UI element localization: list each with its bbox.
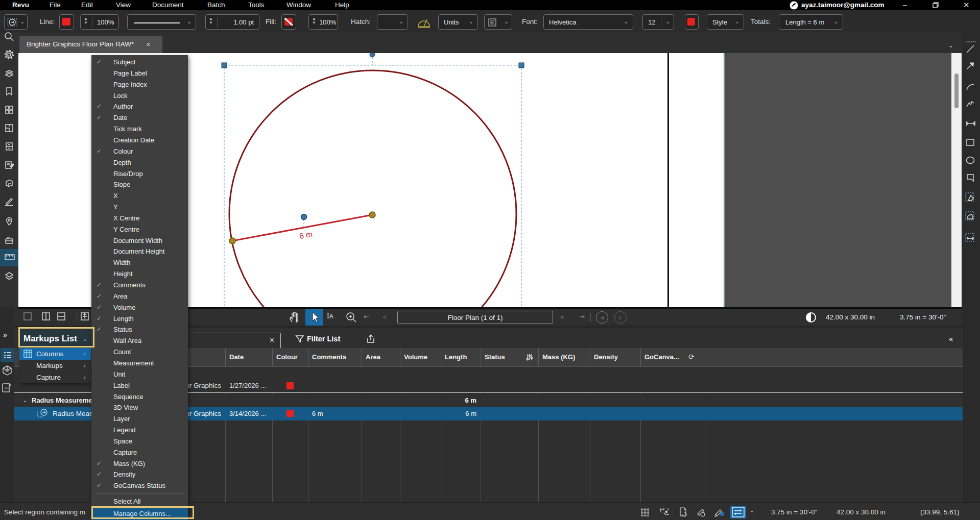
window-maximize-button[interactable] (933, 2, 939, 8)
bookmark-icon[interactable] (4, 86, 14, 96)
polygon-icon[interactable] (965, 173, 976, 184)
ctx-item-page-label[interactable]: Page Label (91, 68, 188, 79)
ctx-item-unit[interactable]: Unit (91, 369, 188, 380)
document-tab[interactable]: Brighter Graphics Floor Plan RAW* × (19, 36, 162, 53)
pan-tool-icon[interactable] (288, 311, 300, 324)
menu-help[interactable]: Help (335, 0, 349, 10)
filter-list-button[interactable]: Filter List (307, 328, 340, 350)
splitter-none-icon[interactable] (23, 312, 35, 324)
column-header-mass-kg-[interactable]: Mass (KG) (542, 348, 575, 366)
snap-document-icon[interactable] (678, 507, 689, 517)
ctx-item-gocanvas-status[interactable]: ✓GoCanvas Status (91, 480, 188, 491)
arc-icon[interactable] (965, 82, 976, 93)
menu-revu[interactable]: Revu (12, 0, 29, 10)
search-icon[interactable] (4, 32, 14, 42)
snap-grid-icon[interactable] (659, 507, 670, 517)
text-select-icon[interactable]: IA (327, 312, 340, 325)
ctx-item-page-index[interactable]: Page Index (91, 79, 188, 90)
grid-icon[interactable] (640, 507, 651, 517)
line-width-field[interactable]: ▲▼1.00 pt (205, 14, 259, 30)
column-header-status[interactable]: Status (485, 348, 505, 366)
font-dropdown[interactable]: Helvetica⌄ (543, 14, 633, 30)
ctx-item-date[interactable]: ✓Date (91, 112, 188, 123)
ctx-item-x[interactable]: X (91, 190, 188, 202)
align-dropdown[interactable]: ⌄ (484, 14, 512, 30)
ctx-item-slope[interactable]: Slope (91, 179, 188, 190)
line-icon[interactable] (965, 44, 976, 55)
ctx-item-label[interactable]: Label (91, 380, 188, 391)
line-color-swatch[interactable] (59, 14, 74, 30)
selection-handle-topright[interactable] (519, 63, 524, 68)
search-clear-icon[interactable]: × (270, 336, 274, 345)
polyline-icon[interactable] (965, 98, 976, 110)
ctx-item-lock[interactable]: Lock (91, 90, 188, 102)
thumbnails-icon[interactable] (4, 105, 14, 115)
style-dropdown[interactable]: Style⌄ (707, 14, 744, 30)
ctx-item-volume[interactable]: ✓Volume (91, 302, 188, 313)
measure-area-icon[interactable] (965, 211, 976, 222)
nav-first-page-icon[interactable]: ⇤ (364, 313, 374, 323)
signature-icon[interactable] (4, 196, 14, 207)
nav-next-page-icon[interactable]: ▹ (561, 313, 571, 323)
splitter-vertical-icon[interactable] (41, 312, 54, 324)
location-icon[interactable] (4, 216, 14, 227)
export-icon[interactable] (366, 334, 376, 344)
ctx-item-depth[interactable]: Depth (91, 157, 188, 168)
measure-icon[interactable] (4, 253, 14, 263)
ctx-item-capture[interactable]: Capture (91, 447, 188, 458)
column-header-length[interactable]: Length (445, 348, 467, 366)
measure-perimeter-icon[interactable] (965, 192, 976, 204)
view-forward-icon[interactable]: ▹ (614, 311, 627, 324)
line-opacity-field[interactable]: ▲▼100%⌄ (80, 14, 119, 30)
view-back-icon[interactable]: ◃ (596, 311, 608, 324)
menu-window[interactable]: Window (286, 0, 311, 10)
zoom-tool-icon[interactable] (345, 311, 357, 324)
dimension-icon[interactable] (965, 119, 976, 131)
line-style-dropdown[interactable]: ⌄ (127, 14, 196, 30)
ctx-item-creation-date[interactable]: Creation Date (91, 135, 188, 146)
scrollbar-thumb[interactable] (954, 73, 959, 108)
ctx-item-space[interactable]: Space (91, 436, 188, 447)
window-close-button[interactable]: ✕ (963, 0, 970, 10)
layers-icon[interactable] (4, 271, 14, 281)
column-header-density[interactable]: Density (594, 348, 618, 366)
ctx-item-legend[interactable]: Legend (91, 425, 188, 436)
window-minimize-button[interactable]: – (903, 0, 907, 10)
ctx-item-3d-view[interactable]: 3D View (91, 402, 188, 413)
ctx-item-wall-area[interactable]: Wall Area (91, 335, 188, 346)
submenu-capture[interactable]: Capture› (19, 372, 91, 383)
column-header-colour[interactable]: Colour (276, 348, 298, 366)
ctx-item-area[interactable]: ✓Area (91, 291, 188, 302)
circle-markup[interactable] (229, 70, 516, 307)
split-move-icon[interactable] (80, 312, 92, 324)
submenu-markups[interactable]: Markups› (19, 360, 91, 372)
ctx-item-comments[interactable]: ✓Comments (91, 280, 188, 291)
vertical-scrollbar[interactable] (951, 53, 962, 307)
ellipse-icon[interactable] (965, 155, 976, 166)
snap-markup-icon[interactable] (696, 507, 707, 517)
ctx-item-length[interactable]: ✓Length (91, 313, 188, 325)
menu-tools[interactable]: Tools (248, 0, 265, 10)
ctx-item-count[interactable]: Count (91, 346, 188, 358)
units-dropdown[interactable]: Units⌄ (438, 14, 478, 30)
ctx-item-subject[interactable]: ✓Subject (91, 57, 188, 68)
ctx-item-document-width[interactable]: Document Width (91, 235, 188, 246)
nav-last-page-icon[interactable]: ⇥ (579, 313, 589, 323)
ctx-item-colour[interactable]: ✓Colour (91, 146, 188, 157)
pages-icon[interactable] (4, 68, 14, 78)
ctx-item-document-height[interactable]: Document Height (91, 246, 188, 257)
menu-document[interactable]: Document (152, 0, 184, 10)
rotation-handle[interactable] (370, 53, 375, 57)
tool-mode-button[interactable]: ⌄ (4, 14, 28, 30)
expand-panels-icon[interactable]: » (3, 331, 13, 341)
ctx-item-layer[interactable]: Layer (91, 413, 188, 425)
spaces-icon[interactable] (4, 178, 14, 188)
ctx-item-height[interactable]: Height (91, 268, 188, 280)
ctx-item-x-centre[interactable]: X Centre (91, 213, 188, 224)
markups-list-tab-active[interactable] (1, 348, 14, 362)
floor-plan-icon[interactable] (4, 123, 14, 133)
menu-edit[interactable]: Edit (81, 0, 93, 10)
tab-list-chevron-icon[interactable]: ⌄ (948, 42, 953, 49)
column-header-gocanva-[interactable]: GoCanva... (644, 348, 679, 366)
protractor-icon[interactable] (417, 15, 431, 29)
